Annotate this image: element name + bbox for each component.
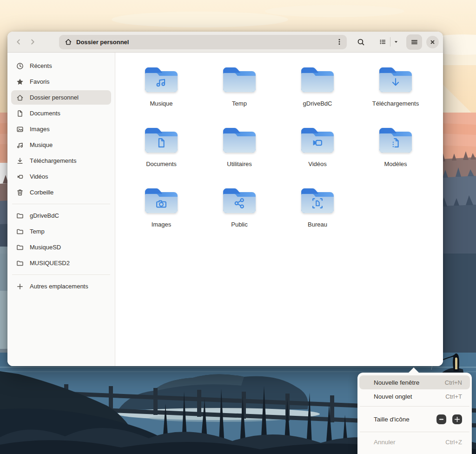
folder-label: Vidéos [308,160,327,167]
sidebar-item-recents[interactable]: Récents [11,59,111,73]
sidebar-item-label: Corbeille [30,189,53,196]
sidebar-item-favorites[interactable]: Favoris [11,74,111,89]
folder-documents-icon [144,126,179,155]
sidebar-item-videos[interactable]: Vidéos [11,169,111,184]
view-options-caret-button[interactable] [390,35,401,49]
music-note-icon [16,141,24,149]
star-icon [16,78,24,86]
menu-separator [360,432,469,432]
folder-item-temp[interactable]: Temp [200,65,278,126]
headerbar: Dossier personnel [7,32,443,53]
sidebar-item-gdrivebdc[interactable]: gDriveBdC [11,208,111,223]
sidebar-item-label: Récents [30,62,52,69]
folder-public-icon [222,186,257,216]
folder-music-icon [144,65,179,95]
kebab-menu-icon [336,38,343,46]
folder-label: gDriveBdC [303,100,332,107]
sidebar-item-temp[interactable]: Temp [11,224,111,239]
menu-item-shortcut: Maj+Ctrl+Z [432,453,462,454]
folder-icon [16,212,24,220]
path-menu-button[interactable] [333,36,345,48]
folder-label: Documents [146,160,177,167]
folder-item-telechargements[interactable]: Téléchargements [357,65,435,126]
folder-label: Téléchargements [372,100,419,107]
folder-item-public[interactable]: Public [200,186,278,247]
search-button[interactable] [353,35,368,49]
sidebar-item-label: Musique [30,141,53,148]
folder-download-icon [378,65,413,95]
forward-button[interactable] [26,35,40,49]
plus-icon [16,283,24,290]
sidebar-item-images[interactable]: Images [11,122,111,136]
sidebar-item-trash[interactable]: Corbeille [11,185,111,200]
home-icon [65,38,72,46]
sidebar-item-home[interactable]: Dossier personnel [11,90,111,105]
folder-item-bureau[interactable]: Bureau [278,186,357,247]
folder-icon [300,65,335,95]
sidebar-item-label: Téléchargements [30,157,76,164]
folder-item-musique[interactable]: Musique [122,65,200,126]
app-menu-popover: Nouvelle fenêtre Ctrl+N Nouvel onglet Ct… [357,373,472,454]
sidebar-item-label: Autres emplacements [30,283,88,290]
sidebar-item-music[interactable]: Musique [11,138,111,152]
sidebar: Récents Favoris Dossier personnel Docume… [7,53,115,366]
view-switcher [375,35,401,49]
path-label: Dossier personnel [76,39,333,46]
menu-row-icon-size: Taille d'icône [359,409,470,429]
menu-item-label: Rétablir [374,453,396,454]
sidebar-item-documents[interactable]: Documents [11,106,111,120]
folder-label: Musique [150,100,172,107]
menu-item-redo: Rétablir Maj+Ctrl+Z [359,449,470,454]
sidebar-item-label: Dossier personnel [30,94,79,101]
path-bar[interactable]: Dossier personnel [59,35,347,49]
folder-label: Images [152,221,172,228]
menu-item-shortcut: Ctrl+N [445,379,462,386]
folder-icon [16,228,24,235]
icon-size-increase-button[interactable] [452,414,462,424]
folder-label: Modèles [384,160,407,167]
file-browser-content: Musique Temp gDriveBdC Téléchargements D… [115,53,443,366]
icon-size-decrease-button[interactable] [436,414,446,424]
menu-item-undo: Annuler Ctrl+Z [359,435,470,449]
sidebar-item-label: Temp [30,228,45,235]
folder-item-images[interactable]: Images [122,186,200,247]
menu-separator [360,406,469,407]
folder-label: Temp [232,100,247,107]
folder-icon [16,260,24,267]
sidebar-separator [12,204,110,204]
search-icon [357,38,365,46]
clock-icon [16,62,24,70]
menu-item-new-tab[interactable]: Nouvel onglet Ctrl+T [359,389,470,403]
folder-item-documents[interactable]: Documents [122,126,200,186]
folder-icon [222,126,257,155]
menu-item-label: Annuler [374,439,396,446]
hamburger-icon [410,38,418,46]
sidebar-item-label: MUSIQUESD2 [30,260,70,267]
plus-icon [454,416,461,423]
chevron-down-icon [393,39,399,45]
video-camera-icon [16,173,24,180]
sidebar-item-label: MusiqueSD [30,244,61,251]
sidebar-item-downloads[interactable]: Téléchargements [11,154,111,168]
other-locations-button[interactable]: Autres emplacements [11,279,111,294]
folder-item-utilitaires[interactable]: Utilitaires [200,126,278,186]
document-icon [16,110,24,117]
menu-item-label: Taille d'icône [374,416,410,423]
close-button[interactable] [426,36,439,48]
folder-item-modeles[interactable]: Modèles [357,126,435,186]
sidebar-item-label: Favoris [30,78,50,85]
menu-item-shortcut: Ctrl+Z [445,439,462,446]
sidebar-item-musiquesd[interactable]: MusiqueSD [11,240,111,254]
folder-item-videos[interactable]: Vidéos [278,126,357,186]
menu-item-label: Nouvel onglet [374,393,412,400]
back-button[interactable] [12,35,26,49]
sidebar-item-musiquesd2[interactable]: MUSIQUESD2 [11,256,111,270]
hamburger-menu-button[interactable] [406,34,422,50]
folder-icon [16,244,24,251]
files-window: Dossier personnel Récents Favoris Dossie… [7,32,443,366]
image-icon [16,126,24,133]
folder-item-gdrivebdc[interactable]: gDriveBdC [278,65,357,126]
sidebar-item-label: gDriveBdC [30,212,59,219]
menu-item-new-window[interactable]: Nouvelle fenêtre Ctrl+N [359,375,470,389]
list-view-button[interactable] [375,35,390,49]
